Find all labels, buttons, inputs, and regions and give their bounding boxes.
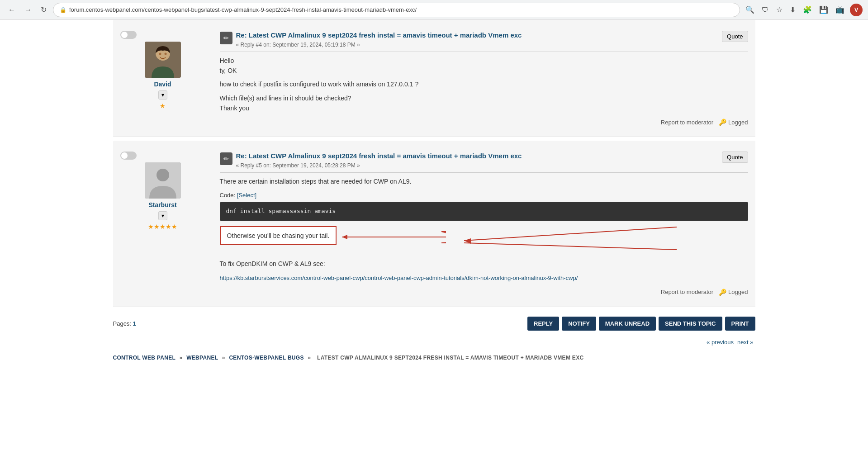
logged-icon: 🔑 — [719, 118, 726, 126]
post-4-body: Helloty, OK how to check if postfix is c… — [220, 56, 748, 114]
search-icon-btn[interactable]: 🔍 — [744, 4, 756, 16]
post-4-block: David ▾ ★ ✏ Re: Latest CWP Almalinux 9 s… — [113, 20, 755, 137]
post-5-username: Starburst — [148, 201, 176, 209]
post-5-footer: Report to moderator 🔑 Logged — [220, 289, 748, 296]
highlight-text: Otherwise you'll be chasing your tail. — [227, 232, 330, 239]
post-5-logged-badge: 🔑 Logged — [719, 289, 748, 296]
post-4-dropdown[interactable]: ▾ — [158, 90, 167, 100]
post-4-quote-btn[interactable]: Quote — [722, 31, 748, 42]
post-5-divider — [220, 172, 748, 173]
post-4-stars: ★ — [160, 102, 166, 109]
post-5-edit-icon: ✏ — [220, 152, 232, 165]
code-label-text: Code: — [220, 192, 236, 199]
save-icon-btn[interactable]: 💾 — [817, 4, 830, 16]
user-avatar[interactable]: V — [850, 4, 863, 16]
browser-toolbar: 🔍 🛡 ☆ ⬇ 🧩 💾 📺 V — [744, 4, 863, 16]
post-4-sidebar: David ▾ ★ — [113, 27, 213, 129]
post-4-line-3: Which file(s) and lines in it should be … — [220, 93, 748, 114]
post-4-reply-info: « Reply #4 on: September 19, 2024, 05:19… — [236, 42, 522, 48]
code-label: Code: [Select] — [220, 191, 748, 200]
fix-intro-text: To fix OpenDKIM on CWP & AL9 see: — [220, 260, 325, 267]
post-5-dropdown[interactable]: ▾ — [158, 211, 167, 220]
post-5-block: Starburst ▾ ★★★★★ ✏ Re: Latest CWP Almal… — [113, 141, 755, 307]
code-block: dnf install spamassassin amavis — [220, 202, 748, 221]
star-icon-btn[interactable]: ☆ — [774, 4, 784, 16]
code-select-link[interactable]: [Select] — [237, 192, 256, 199]
refresh-button[interactable]: ↻ — [38, 4, 49, 16]
post-4-line-2: how to check if postfix is configured to… — [220, 79, 748, 89]
post-4-main: ✏ Re: Latest CWP Almalinux 9 sept2024 fr… — [213, 27, 755, 129]
shield-icon-btn[interactable]: 🛡 — [760, 4, 771, 16]
post-5-main: ✏ Re: Latest CWP Almalinux 9 sept2024 fr… — [213, 148, 755, 299]
post-5-avatar — [145, 162, 181, 199]
page-1-link[interactable]: 1 — [133, 320, 136, 327]
page-content: David ▾ ★ ✏ Re: Latest CWP Almalinux 9 s… — [104, 20, 764, 365]
svg-line-13 — [464, 243, 677, 250]
post-5-fix-intro: To fix OpenDKIM on CWP & AL9 see: — [220, 259, 748, 269]
breadcrumb-sep-1: » — [180, 355, 185, 361]
download-icon-btn[interactable]: ⬇ — [788, 4, 797, 16]
post-5-header: ✏ Re: Latest CWP Almalinux 9 sept2024 fr… — [220, 152, 748, 169]
prev-next-bar: « previous next » — [113, 336, 755, 348]
previous-link[interactable]: « previous — [707, 339, 734, 346]
post-4-report-link[interactable]: Report to moderator — [661, 119, 713, 126]
post-5-title: Re: Latest CWP Almalinux 9 sept2024 fres… — [236, 152, 522, 161]
post-4-title-area: ✏ Re: Latest CWP Almalinux 9 sept2024 fr… — [220, 31, 522, 48]
post-4-divider — [220, 52, 748, 52]
post-5-title-area: ✏ Re: Latest CWP Almalinux 9 sept2024 fr… — [220, 152, 522, 169]
url-text: forum.centos-webpanel.com/centos-webpane… — [69, 6, 733, 13]
breadcrumb-item-3[interactable]: CENTOS-WEBPANEL BUGS — [229, 355, 304, 361]
action-buttons: REPLY NOTIFY MARK UNREAD SEND THIS TOPIC… — [527, 317, 755, 331]
post-5-dropdown-btn[interactable]: ▾ — [158, 211, 167, 220]
starburst-avatar-svg — [145, 162, 181, 199]
breadcrumb-item-1[interactable]: CONTROL WEB PANEL — [113, 355, 175, 361]
back-button[interactable]: ← — [5, 4, 18, 16]
reply-btn[interactable]: REPLY — [527, 317, 559, 331]
cast-icon-btn[interactable]: 📺 — [834, 4, 846, 16]
breadcrumb-item-4: LATEST CWP ALMALINUX 9 SEPT2024 FRESH IN… — [317, 355, 583, 361]
post-5-intro: There are certain installation steps tha… — [220, 176, 748, 186]
print-btn[interactable]: PRINT — [725, 317, 755, 331]
post-4-logged-badge: 🔑 Logged — [719, 118, 748, 126]
post-4-toggle[interactable] — [120, 31, 137, 39]
post-5-body: There are certain installation steps tha… — [220, 176, 748, 283]
notify-btn[interactable]: NOTIFY — [562, 317, 596, 331]
post-5-logged-text: Logged — [728, 289, 748, 295]
post5-logged-icon: 🔑 — [719, 289, 726, 296]
svg-line-12 — [464, 227, 677, 241]
post-4-title-block: Re: Latest CWP Almalinux 9 sept2024 fres… — [236, 31, 522, 48]
browser-chrome: ← → ↻ 🔒 forum.centos-webpanel.com/centos… — [0, 0, 868, 20]
highlight-box: Otherwise you'll be chasing your tail. — [220, 226, 337, 245]
post-5-report-link[interactable]: Report to moderator — [661, 289, 713, 295]
breadcrumb: CONTROL WEB PANEL » WEBPANEL » CENTOS-WE… — [113, 348, 755, 365]
mark-unread-btn[interactable]: MARK UNREAD — [599, 317, 656, 331]
svg-point-2 — [159, 53, 161, 55]
address-bar[interactable]: 🔒 forum.centos-webpanel.com/centos-webpa… — [53, 3, 740, 17]
post-5-toggle[interactable] — [120, 152, 137, 160]
post-5-title-block: Re: Latest CWP Almalinux 9 sept2024 fres… — [236, 152, 522, 169]
post-5-code-section: Code: [Select] dnf install spamassassin … — [220, 191, 748, 221]
post-4-avatar — [145, 42, 181, 78]
breadcrumb-item-2[interactable]: WEBPANEL — [186, 355, 218, 361]
breadcrumb-sep-3: » — [308, 355, 313, 361]
post-5-stars: ★★★★★ — [148, 223, 177, 230]
post-5-fix-link-p: https://kb.starburstservices.com/control… — [220, 273, 748, 283]
bottom-bar: Pages: 1 REPLY NOTIFY MARK UNREAD SEND T… — [113, 311, 755, 336]
forward-button[interactable]: → — [22, 4, 34, 16]
svg-point-5 — [157, 169, 169, 181]
avatar-image — [145, 42, 181, 78]
post-4-edit-icon: ✏ — [220, 32, 232, 44]
post-4-title: Re: Latest CWP Almalinux 9 sept2024 fres… — [236, 31, 522, 40]
breadcrumb-sep-2: » — [222, 355, 227, 361]
post-4-line-1: Helloty, OK — [220, 56, 748, 76]
arrow-svg — [337, 225, 681, 256]
post-4-username: David — [154, 81, 171, 88]
next-link[interactable]: next » — [737, 339, 753, 346]
extension-icon-btn[interactable]: 🧩 — [801, 4, 814, 16]
fix-url-link[interactable]: https://kb.starburstservices.com/control… — [220, 275, 578, 281]
post-4-dropdown-btn[interactable]: ▾ — [158, 90, 167, 100]
pages-info: Pages: 1 — [113, 320, 136, 327]
post-5-quote-btn[interactable]: Quote — [722, 152, 748, 163]
post-5-reply-info: « Reply #5 on: September 19, 2024, 05:28… — [236, 162, 522, 169]
send-topic-btn[interactable]: SEND THIS TOPIC — [659, 317, 722, 331]
